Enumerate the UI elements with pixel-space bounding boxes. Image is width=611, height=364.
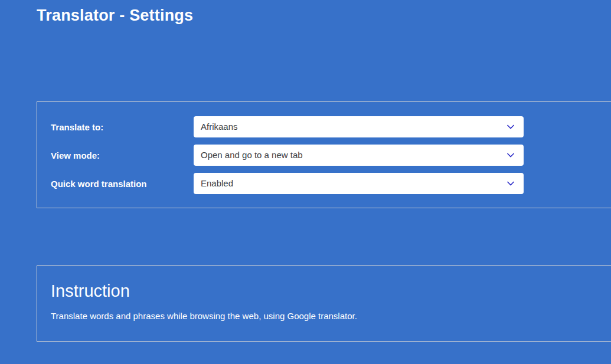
chevron-down-icon [507,181,515,186]
translate-to-select[interactable]: Afrikaans [194,116,524,137]
instruction-card: Instruction Translate words and phrases … [37,265,611,342]
view-mode-label: View mode: [51,150,194,160]
translate-to-label: Translate to: [51,122,194,132]
quick-word-translation-selected-value: Enabled [201,178,233,188]
instruction-heading: Instruction [51,281,611,301]
chevron-down-icon [507,153,515,158]
view-mode-selected-value: Open and go to a new tab [201,150,303,160]
translate-to-selected-value: Afrikaans [201,122,238,132]
quick-word-translation-label: Quick word translation [51,179,194,189]
quick-word-translation-select[interactable]: Enabled [194,173,524,194]
page-title: Translator - Settings [37,6,193,25]
view-mode-select[interactable]: Open and go to a new tab [194,145,524,166]
chevron-down-icon [507,124,515,130]
setting-row-translate-to: Translate to: Afrikaans [51,116,611,137]
setting-row-quick-word-translation: Quick word translation Enabled [51,173,611,194]
setting-row-view-mode: View mode: Open and go to a new tab [51,145,611,166]
settings-card: Translate to: Afrikaans View mode: Open … [37,101,611,208]
instruction-text: Translate words and phrases while browsi… [51,311,611,321]
